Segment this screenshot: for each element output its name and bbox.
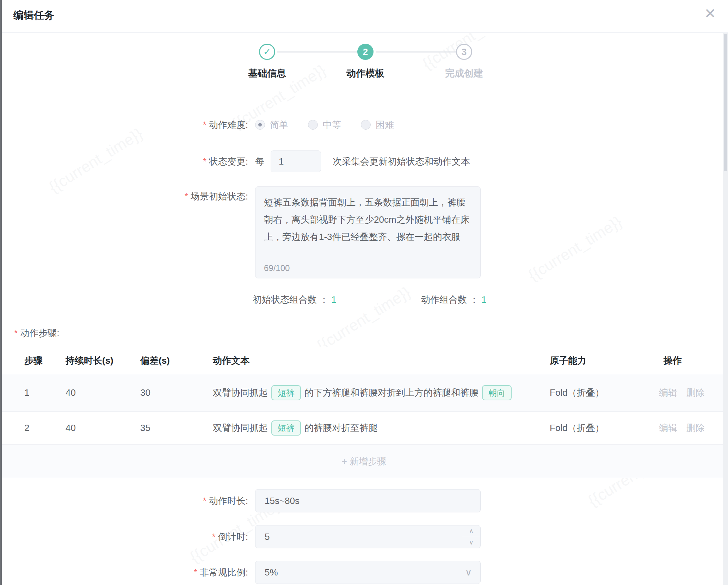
initial-state-label: *场景初始状态:: [0, 190, 248, 203]
step-1-done-circle: ✓: [259, 44, 275, 60]
action-text-segment: 的裤腰对折至裤腿: [304, 422, 378, 434]
difficulty-label: *动作难度:: [0, 117, 248, 133]
delete-link[interactable]: 删除: [686, 387, 705, 399]
cell-atomic-ability: Fold（折叠）: [550, 412, 604, 444]
action-combo-value: 1: [481, 294, 486, 305]
radio-hard-label: 困难: [376, 119, 394, 131]
direction-tag: 朝向: [482, 385, 512, 400]
decrement-button[interactable]: ∨: [462, 537, 480, 548]
required-asterisk: *: [194, 567, 197, 578]
chevron-down-icon: ∨: [469, 539, 473, 546]
radio-easy-label: 简单: [270, 119, 288, 131]
action-steps-section-label: *动作步骤:: [14, 327, 59, 339]
state-change-suffix: 次采集会更新初始状态和动作文本: [333, 150, 470, 173]
edit-link[interactable]: 编辑: [659, 422, 677, 434]
cell-operations: 编辑 删除: [659, 374, 705, 411]
initial-combo-count: 初始状态组合数 ：1: [253, 294, 337, 305]
col-header-duration: 持续时长(s): [66, 347, 113, 374]
radio-circle-icon: [361, 120, 371, 130]
col-header-step: 步骤: [24, 347, 43, 374]
state-change-input[interactable]: 1: [271, 150, 321, 172]
col-header-action-text: 动作文本: [213, 347, 249, 374]
initial-state-text: 短裤五条数据背面朝上，五条数据正面朝上，裤腰朝右，离头部视野下方至少20cm之外…: [255, 187, 480, 246]
col-header-operations: 操作: [664, 347, 682, 374]
cell-duration: 40: [66, 412, 76, 444]
add-step-button[interactable]: + 新增步骤: [0, 445, 728, 478]
state-change-prefix: 每: [255, 150, 264, 173]
col-header-atomic-ability: 原子能力: [550, 347, 586, 374]
state-change-value: 1: [279, 156, 284, 167]
steps-table-header: 步骤 持续时长(s) 偏差(s) 动作文本 原子能力 操作: [0, 347, 728, 374]
required-asterisk: *: [203, 156, 206, 167]
action-text-segment: 双臂协同抓起: [213, 422, 268, 434]
action-combo-label: 动作组合数 ：: [421, 294, 479, 305]
action-combo-count: 动作组合数 ：1: [421, 294, 487, 305]
action-text-segment: 双臂协同抓起: [213, 387, 268, 399]
countdown-input[interactable]: 5 ∧ ∨: [255, 525, 481, 548]
dialog-header: 编辑任务 ✕: [0, 0, 728, 33]
action-duration-input[interactable]: 15s~80s: [255, 489, 481, 512]
cell-step-number: 2: [24, 412, 29, 444]
check-icon: ✓: [263, 47, 271, 57]
stepper-connector: [376, 51, 456, 53]
action-duration-label: *动作时长:: [0, 489, 248, 512]
difficulty-row: *动作难度: 简单 中等 困难: [0, 117, 728, 133]
unusual-ratio-label: *非常规比例:: [0, 561, 248, 584]
initial-combo-label: 初始状态组合数 ：: [253, 294, 328, 305]
radio-medium[interactable]: 中等: [308, 119, 341, 131]
required-asterisk: *: [14, 328, 18, 338]
step-label-finish-create: 完成创建: [425, 67, 503, 80]
required-asterisk: *: [203, 119, 206, 130]
char-counter: 69/100: [264, 263, 290, 273]
page-left-edge: [0, 0, 2, 585]
step-label-basic-info: 基础信息: [228, 67, 306, 80]
table-row: 2 40 35 双臂协同抓起 短裤 的裤腰对折至裤腿 Fold（折叠） 编辑 删…: [0, 412, 728, 445]
action-duration-value: 15s~80s: [265, 495, 300, 506]
step-3-number: 3: [462, 47, 467, 57]
delete-link[interactable]: 删除: [686, 422, 705, 434]
edit-task-dialog: {{current_time}} {{current_time}} {{curr…: [0, 0, 728, 585]
step-label-action-template: 动作模板: [327, 67, 404, 80]
radio-medium-label: 中等: [323, 119, 341, 131]
scrollbar-thumb[interactable]: [724, 34, 727, 171]
cell-duration: 40: [66, 374, 76, 411]
stepper-connector: [277, 51, 357, 53]
cell-operations: 编辑 删除: [659, 412, 705, 444]
radio-circle-icon: [308, 120, 318, 130]
radio-hard[interactable]: 困难: [361, 119, 394, 131]
scrollbar[interactable]: [723, 33, 728, 585]
required-asterisk: *: [203, 495, 206, 506]
increment-button[interactable]: ∧: [462, 525, 480, 537]
step-3-pending-circle: 3: [456, 44, 472, 60]
chevron-up-icon: ∧: [469, 527, 473, 535]
cell-deviation: 35: [140, 412, 150, 444]
difficulty-radio-group: 简单 中等 困难: [255, 117, 414, 133]
number-spinner: ∧ ∨: [462, 525, 480, 548]
object-tag: 短裤: [271, 385, 301, 400]
required-asterisk: *: [212, 531, 216, 542]
col-header-deviation: 偏差(s): [140, 347, 170, 374]
edit-link[interactable]: 编辑: [659, 387, 677, 399]
state-change-row: *状态变更: 每 1 次采集会更新初始状态和动作文本: [0, 150, 728, 173]
radio-circle-icon: [255, 120, 265, 130]
radio-easy[interactable]: 简单: [255, 119, 288, 131]
initial-state-textarea[interactable]: 短裤五条数据背面朝上，五条数据正面朝上，裤腰朝右，离头部视野下方至少20cm之外…: [255, 186, 481, 278]
unusual-ratio-select[interactable]: 5% ∨: [255, 561, 481, 584]
unusual-ratio-value: 5%: [265, 567, 278, 578]
combo-counts-row: 初始状态组合数 ：1 动作组合数 ：1: [0, 294, 728, 305]
countdown-label: *倒计时:: [0, 525, 248, 548]
object-tag: 短裤: [271, 420, 301, 436]
table-row: 1 40 30 双臂协同抓起 短裤 的下方裤腿和裤腰对折到上方的裤腿和裤腰 朝向…: [0, 374, 728, 412]
step-2-number: 2: [363, 47, 368, 57]
cell-action-text: 双臂协同抓起 短裤 的下方裤腿和裤腰对折到上方的裤腿和裤腰 朝向: [213, 374, 515, 411]
step-2-active-circle: 2: [357, 44, 374, 60]
countdown-value: 5: [265, 531, 270, 542]
cell-step-number: 1: [24, 374, 29, 411]
cell-action-text: 双臂协同抓起 短裤 的裤腰对折至裤腿: [213, 412, 378, 444]
initial-combo-value: 1: [331, 294, 336, 305]
cell-atomic-ability: Fold（折叠）: [550, 374, 604, 411]
state-change-label: *状态变更:: [0, 150, 248, 173]
close-icon[interactable]: ✕: [704, 6, 716, 20]
action-text-segment: 的下方裤腿和裤腰对折到上方的裤腿和裤腰: [304, 387, 479, 399]
dialog-title: 编辑任务: [13, 8, 54, 23]
